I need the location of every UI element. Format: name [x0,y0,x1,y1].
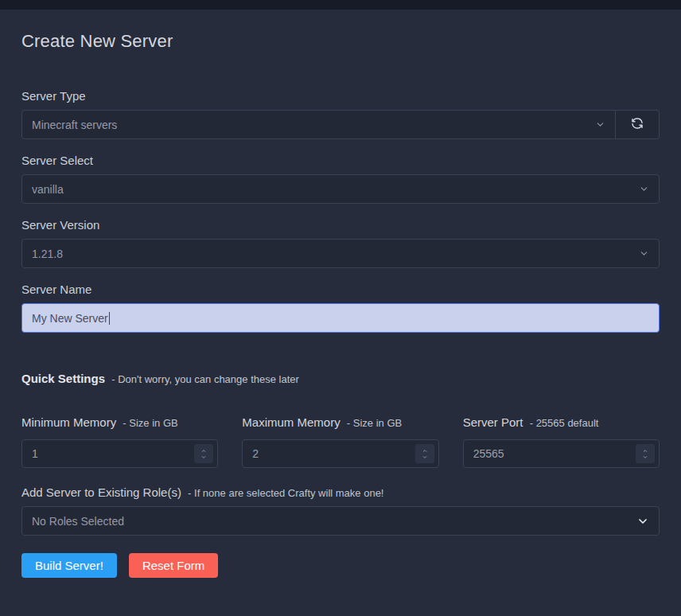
build-server-button[interactable]: Build Server! [21,553,117,578]
quick-settings-title: Quick Settings [21,372,105,385]
server-name-input[interactable]: My New Server [21,303,660,333]
max-memory-field: Maximum Memory - Size in GB 2 [242,415,438,468]
refresh-button[interactable] [616,110,660,139]
roles-field: Add Server to Existing Role(s) - If none… [21,485,660,536]
min-memory-label: Minimum Memory - Size in GB [21,415,218,429]
server-type-value: Minecraft servers [32,119,117,131]
server-select-value: vanilla [32,183,64,196]
quick-settings-grid: Minimum Memory - Size in GB 1 Maximum Me… [21,415,660,468]
roles-value: No Roles Selected [32,515,124,528]
form-actions: Build Server! Reset Form [21,553,660,578]
server-port-label: Server Port - 25565 default [463,415,660,429]
max-memory-stepper[interactable] [415,444,434,463]
server-port-note: - 25565 default [530,417,599,429]
server-version-value: 1.21.8 [32,248,63,260]
chevron-down-icon [639,248,649,259]
spinner-down-icon [641,454,649,460]
chevron-down-icon [639,184,649,194]
min-memory-stepper[interactable] [194,444,213,463]
spinner-up-icon [641,448,649,454]
server-version-field: Server Version 1.21.8 [21,218,660,268]
refresh-icon [630,116,644,133]
server-type-label: Server Type [21,89,660,103]
chevron-down-icon [595,119,605,130]
server-port-stepper[interactable] [636,444,655,463]
roles-label-text: Add Server to Existing Role(s) [21,485,181,499]
spinner-up-icon [200,448,208,454]
spinner-down-icon [200,454,208,460]
min-memory-field: Minimum Memory - Size in GB 1 [21,415,218,468]
max-memory-label-text: Maximum Memory [242,415,340,429]
server-port-value: 25565 [473,447,504,460]
create-server-form: Create New Server Server Type Minecraft … [0,31,681,578]
server-type-field: Server Type Minecraft servers [21,89,660,139]
quick-settings-heading: Quick Settings - Don't worry, you can ch… [21,372,660,385]
chevron-down-icon [636,515,649,528]
roles-dropdown[interactable]: No Roles Selected [21,506,660,536]
roles-note: - If none are selected Crafty will make … [188,487,383,499]
server-version-label: Server Version [21,218,660,232]
roles-label: Add Server to Existing Role(s) - If none… [21,485,660,499]
max-memory-input[interactable]: 2 [242,439,438,468]
reset-form-button[interactable]: Reset Form [129,553,218,578]
min-memory-note: - Size in GB [123,417,177,429]
page-title: Create New Server [21,31,660,52]
spinner-down-icon [421,454,429,460]
server-port-label-text: Server Port [463,415,523,429]
min-memory-input[interactable]: 1 [21,439,218,468]
max-memory-label: Maximum Memory - Size in GB [242,415,438,429]
server-name-label: Server Name [21,283,660,296]
text-cursor [109,312,110,325]
max-memory-note: - Size in GB [347,417,402,429]
server-select-dropdown[interactable]: vanilla [21,174,660,204]
quick-settings-note: - Don't worry, you can change these late… [111,373,299,385]
server-port-input[interactable]: 25565 [463,439,660,468]
server-type-select[interactable]: Minecraft servers [21,110,616,139]
min-memory-label-text: Minimum Memory [21,415,116,429]
server-version-dropdown[interactable]: 1.21.8 [21,239,660,268]
server-name-field: Server Name My New Server [21,283,660,333]
top-bar [0,0,681,10]
server-select-label: Server Select [21,154,660,167]
min-memory-value: 1 [32,447,38,460]
server-name-value: My New Server [32,312,108,325]
server-port-field: Server Port - 25565 default 25565 [463,415,660,468]
server-type-group: Minecraft servers [21,110,660,139]
max-memory-value: 2 [252,447,259,460]
spinner-up-icon [421,448,429,454]
server-select-field: Server Select vanilla [21,154,660,204]
